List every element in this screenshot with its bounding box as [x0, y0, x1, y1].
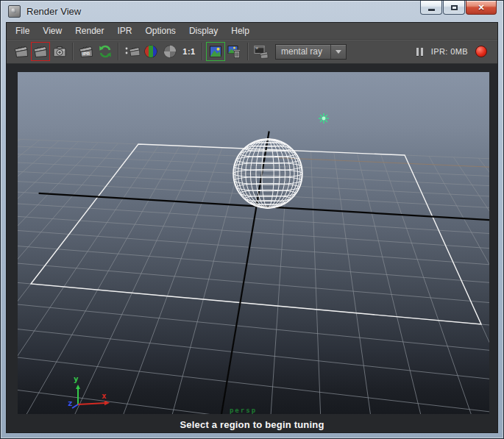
ratio-label: 1:1: [182, 47, 195, 56]
status-message: Select a region to begin tuning: [180, 419, 324, 430]
rgb-sphere-icon: [143, 43, 159, 60]
renderer-dropdown-value: mental ray: [276, 46, 330, 57]
refresh-ipr-button[interactable]: [96, 42, 115, 61]
viewport-frame: y x z persp Select a region to begin tun…: [7, 64, 497, 432]
chevron-down-icon: [336, 50, 341, 54]
renderer-dropdown[interactable]: mental ray: [275, 44, 347, 60]
toolbar-separator: [202, 43, 203, 60]
region-clapperboard-icon: [124, 43, 140, 60]
render-current-frame-button[interactable]: [12, 42, 31, 61]
display-rgb-channels-button[interactable]: [141, 42, 160, 61]
stop-ipr-button[interactable]: [475, 46, 487, 57]
camera-name-label: persp: [230, 407, 257, 414]
rendered-scene: [18, 72, 489, 414]
menu-options[interactable]: Options: [139, 26, 182, 36]
render-settings-icon: w: [253, 43, 269, 60]
window-title: Render View: [26, 6, 81, 17]
render-settings-button[interactable]: w: [252, 42, 271, 61]
toolbar-separator: [247, 43, 249, 60]
status-row: Select a region to begin tuning: [7, 414, 497, 435]
image-thumbnail-icon: [208, 44, 223, 59]
ratio-1to1-button[interactable]: 1:1: [180, 42, 199, 61]
client-area: File View Render IPR Options Display Hel…: [6, 22, 498, 433]
keep-image-button[interactable]: [206, 42, 225, 61]
pause-icon: [421, 48, 423, 56]
render-region-button[interactable]: [122, 42, 141, 61]
clapperboard-icon: [13, 43, 29, 60]
close-icon: ✕: [478, 4, 484, 12]
pause-icon: [416, 48, 419, 56]
pause-ipr-button[interactable]: [414, 45, 426, 59]
menu-render[interactable]: Render: [68, 26, 110, 36]
alpha-sphere-icon: [162, 43, 178, 60]
renderer-dropdown-arrow[interactable]: [330, 45, 346, 59]
refresh-icon: [97, 43, 113, 60]
menu-display[interactable]: Display: [182, 26, 224, 36]
maximize-button[interactable]: [443, 1, 465, 15]
axis-label-x: x: [102, 391, 107, 401]
titlebar[interactable]: Render View ✕: [1, 1, 503, 22]
render-view-window: Render View ✕ File View Render IPR Optio…: [0, 0, 504, 439]
toolbar: IPR: [7, 40, 497, 64]
clapperboard-icon: [32, 43, 49, 60]
snapshot-button[interactable]: [50, 42, 69, 61]
minimize-icon: [428, 9, 435, 11]
menubar: File View Render IPR Options Display Hel…: [7, 23, 497, 40]
toolbar-separator: [118, 43, 119, 60]
ipr-render-button[interactable]: IPR: [77, 42, 96, 61]
image-trash-icon: [227, 43, 243, 60]
render-viewport[interactable]: y x z persp: [18, 72, 489, 414]
remove-image-button[interactable]: [225, 42, 244, 61]
minimize-button[interactable]: [420, 1, 442, 15]
camera-icon: [52, 43, 68, 60]
display-alpha-channel-button[interactable]: [160, 42, 180, 61]
maximize-icon: [451, 5, 458, 10]
toolbar-separator: [72, 43, 74, 60]
close-button[interactable]: ✕: [466, 1, 497, 15]
svg-text:IPR: IPR: [82, 51, 90, 56]
axis-label-z: z: [68, 399, 73, 408]
menu-view[interactable]: View: [36, 26, 68, 36]
ipr-clapperboard-icon: IPR: [78, 43, 94, 60]
menu-help[interactable]: Help: [224, 26, 256, 36]
axis-label-y: y: [74, 374, 79, 384]
ipr-status-cluster: IPR: 0MB: [414, 45, 497, 59]
menu-file[interactable]: File: [9, 26, 36, 36]
redo-previous-render-button[interactable]: [31, 42, 50, 61]
ipr-memory-label: IPR: 0MB: [431, 47, 468, 56]
app-icon: [8, 5, 21, 18]
menu-ipr[interactable]: IPR: [111, 26, 139, 36]
